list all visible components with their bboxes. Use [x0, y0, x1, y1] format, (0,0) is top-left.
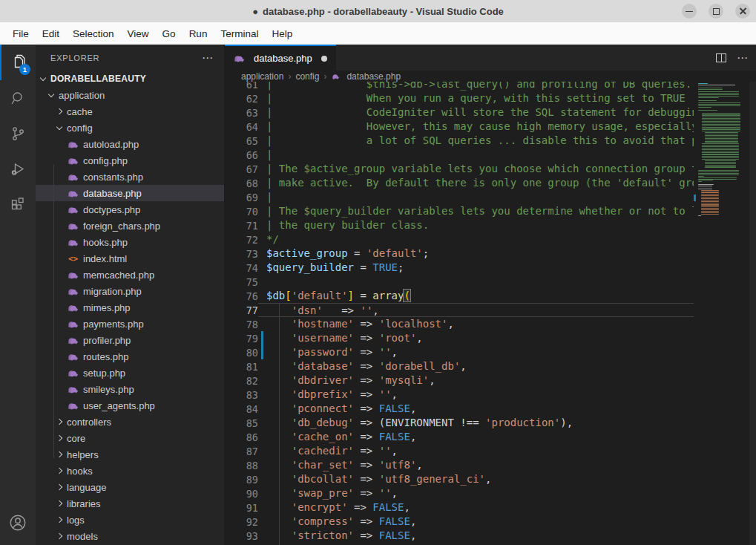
code-line-76[interactable]: 76$db['default'] = array( [225, 289, 694, 303]
code-line-63[interactable]: 63| CodeIgniter will store the SQL state… [225, 105, 694, 120]
tree-item-helpers[interactable]: helpers [36, 446, 224, 463]
menu-view[interactable]: View [121, 25, 156, 42]
code-line-86[interactable]: 86 'cache_on' => FALSE, [225, 430, 694, 444]
code-line-87[interactable]: 87 'cachedir' => '', [225, 444, 694, 458]
tree-item-cache[interactable]: cache [36, 103, 224, 120]
tree-item-label: smileys.php [83, 384, 134, 395]
php-file-icon [68, 351, 79, 362]
menu-file[interactable]: File [6, 25, 36, 42]
code-line-83[interactable]: 83 'dbprefix' => '', [225, 388, 694, 402]
code-line-65[interactable]: 65| a lot of SQL queries ... disable thi… [225, 134, 694, 148]
code-line-69[interactable]: 69| [225, 190, 694, 204]
tree-item-constants-php[interactable]: constants.php [36, 169, 224, 185]
split-editor-icon[interactable] [716, 53, 726, 62]
tree-item-core[interactable]: core [36, 430, 224, 446]
tree-item-hooks[interactable]: hooks [36, 463, 224, 479]
tree-item-setup-php[interactable]: setup.php [36, 365, 224, 381]
breadcrumb-database-php[interactable]: database.php [346, 71, 401, 82]
tree-item-label: constants.php [83, 172, 143, 183]
code-line-77[interactable]: 77 'dsn' => '', [225, 303, 694, 317]
explorer-more-actions-icon[interactable]: ⋯ [202, 51, 214, 65]
menu-edit[interactable]: Edit [36, 25, 66, 42]
menu-run[interactable]: Run [183, 25, 214, 42]
tree-item-libraries[interactable]: libraries [36, 495, 224, 512]
code-line-80[interactable]: 80 'password' => '', [225, 345, 694, 359]
tree-item-user-agents-php[interactable]: user_agents.php [36, 397, 224, 414]
code-line-89[interactable]: 89 'dbcollat' => 'utf8_general_ci', [225, 472, 694, 486]
code-line-90[interactable]: 90 'swap_pre' => '', [225, 486, 694, 500]
tree-item-memcached-php[interactable]: memcached.php [36, 267, 224, 283]
editor-more-actions-icon[interactable]: ⋯ [737, 51, 749, 65]
code-line-66[interactable]: 66| [225, 148, 694, 162]
code-line-68[interactable]: 68| make active. By default there is onl… [225, 176, 694, 190]
code-line-64[interactable]: 64| However, this may cause high memory … [225, 120, 694, 134]
run-debug-icon[interactable] [0, 151, 36, 187]
code-line-93[interactable]: 93 'stricton' => FALSE, [225, 529, 694, 543]
tree-item-label: language [67, 482, 107, 493]
tree-item-label: setup.php [83, 368, 125, 379]
code-line-88[interactable]: 88 'char_set' => 'utf8', [225, 458, 694, 472]
tree-item-migration-php[interactable]: migration.php [36, 283, 224, 299]
maximize-button[interactable] [709, 4, 723, 19]
tree-item-doctypes-php[interactable]: doctypes.php [36, 201, 224, 218]
line-number: 67 [225, 162, 258, 176]
code-line-81[interactable]: 81 'database' => 'dorabell_db', [225, 359, 694, 373]
code-line-70[interactable]: 70| The $query_builder variables lets yo… [225, 204, 694, 218]
minimize-button[interactable] [682, 4, 697, 19]
code-line-73[interactable]: 73$active_group = 'default'; [225, 247, 694, 261]
tree-item-payments-php[interactable]: payments.php [36, 316, 224, 332]
tree-root-dorabellabeauty[interactable]: DORABELLABEAUTY [36, 71, 224, 87]
code-line-67[interactable]: 67| The $active_group variable lets you … [225, 162, 694, 176]
breadcrumb-application[interactable]: application [241, 71, 283, 82]
tree-item-foreign-chars-php[interactable]: foreign_chars.php [36, 218, 224, 234]
tree-item-database-php[interactable]: database.php [36, 185, 224, 201]
tree-item-logs[interactable]: logs [36, 512, 224, 528]
code-text: 'dbcollat' => 'utf8_general_ci', [266, 472, 694, 486]
tree-item-index-html[interactable]: <>index.html [36, 250, 224, 267]
code-line-75[interactable]: 75 [225, 275, 694, 289]
explorer-icon[interactable]: 1 [0, 45, 36, 80]
tree-item-models[interactable]: models [36, 528, 224, 544]
code-line-84[interactable]: 84 'pconnect' => FALSE, [225, 402, 694, 416]
menu-go[interactable]: Go [156, 25, 183, 42]
breadcrumb-config[interactable]: config [295, 71, 319, 82]
menu-selection[interactable]: Selection [66, 25, 121, 42]
code-line-62[interactable]: 62| When you run a query, with this sett… [225, 91, 694, 105]
tree-item-profiler-php[interactable]: profiler.php [36, 332, 224, 348]
tree-item-hooks-php[interactable]: hooks.php [36, 234, 224, 250]
tree-item-label: mimes.php [83, 302, 131, 313]
extensions-icon[interactable] [0, 187, 36, 223]
code-line-74[interactable]: 74$query_builder = TRUE; [225, 261, 694, 275]
php-file-icon [234, 53, 245, 64]
source-control-icon[interactable] [0, 116, 36, 151]
overview-ruler[interactable] [749, 82, 756, 545]
code-line-71[interactable]: 71| the query builder class. [225, 218, 694, 232]
code-line-78[interactable]: 78 'hostname' => 'localhost', [225, 317, 694, 331]
tree-item-config-php[interactable]: config.php [36, 152, 224, 169]
tree-item-config[interactable]: config [36, 120, 224, 136]
tree-item-autoload-php[interactable]: autoload.php [36, 136, 224, 152]
account-icon[interactable] [0, 505, 36, 541]
code-line-72[interactable]: 72*/ [225, 232, 694, 247]
code-line-92[interactable]: 92 'compress' => FALSE, [225, 515, 694, 529]
menu-terminal[interactable]: Terminal [214, 25, 265, 42]
code-line-61[interactable]: 61| $this->db->last_query() and profilin… [225, 82, 694, 91]
minimap[interactable] [694, 82, 749, 545]
tree-item-routes-php[interactable]: routes.php [36, 348, 224, 365]
code-line-79[interactable]: 79 'username' => 'root', [225, 331, 694, 345]
tree-item-application[interactable]: application [36, 87, 224, 103]
tree-item-controllers[interactable]: controllers [36, 414, 224, 430]
tree-item-mimes-php[interactable]: mimes.php [36, 299, 224, 316]
code-line-85[interactable]: 85 'db_debug' => (ENVIRONMENT !== 'produ… [225, 416, 694, 430]
code-line-91[interactable]: 91 'encrypt' => FALSE, [225, 500, 694, 515]
tree-item-language[interactable]: language [36, 479, 224, 495]
code-line-82[interactable]: 82 'dbdriver' => 'mysqli', [225, 373, 694, 388]
gutter [258, 91, 266, 105]
tab-database-php[interactable]: database.php [225, 45, 336, 71]
search-icon[interactable] [0, 80, 36, 116]
close-button[interactable] [735, 4, 750, 19]
line-number: 65 [225, 134, 258, 148]
menu-help[interactable]: Help [265, 25, 299, 42]
tree-item-smileys-php[interactable]: smileys.php [36, 381, 224, 397]
tab-dirty-dot-icon[interactable] [321, 56, 327, 62]
